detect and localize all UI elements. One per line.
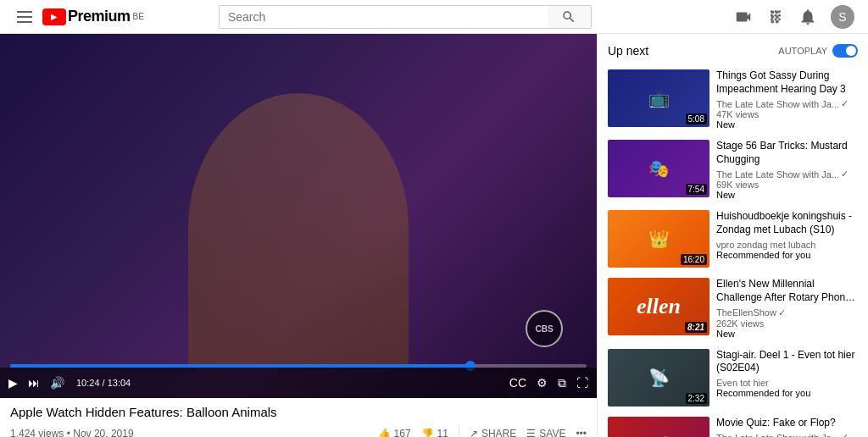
video-placeholder: 80% CBS ▶ ⏭ 🔊 10:2 (0, 34, 597, 398)
card-info-6: Movie Quiz: Fake or Flop? The Late Late … (716, 417, 858, 437)
dislike-button[interactable]: 👎 11 (421, 424, 448, 437)
video-info: Apple Watch Hidden Features: Balloon Ani… (0, 398, 597, 437)
card-info-5: Stagi-air. Deel 1 - Even tot hier (S02E0… (716, 349, 858, 407)
thumbnail-5: 📡 2:32 (608, 349, 709, 407)
logo-text: Premium (68, 8, 131, 25)
card-info-3: Huishoudboekje koningshuis - Zondag met … (716, 210, 858, 268)
search-bar (219, 5, 592, 29)
user-avatar[interactable]: S (831, 5, 854, 29)
settings-button[interactable]: ⚙ (535, 374, 549, 391)
svg-point-4 (775, 14, 777, 16)
card-title-6: Movie Quiz: Fake or Flop? (716, 417, 858, 430)
search-icon (561, 9, 576, 25)
svg-point-6 (771, 18, 773, 20)
card-badge-3: Recommended for you (716, 250, 858, 260)
next-button[interactable]: ⏭ (26, 374, 42, 391)
verified-4: ✓ (778, 307, 786, 318)
up-next-label: Up next (608, 44, 648, 58)
card-duration-2: 7:54 (686, 184, 707, 195)
video-section: 80% CBS ▶ ⏭ 🔊 10:2 (0, 34, 597, 437)
svg-point-2 (778, 10, 781, 13)
share-button[interactable]: ↗ SHARE (470, 424, 516, 437)
controls-right: CC ⚙ ⧉ ⛶ (508, 374, 590, 392)
play-button[interactable]: ▶ (7, 374, 19, 391)
card-title-3: Huishoudboekje koningshuis - Zondag met … (716, 210, 858, 236)
miniplayer-button[interactable]: ⧉ (556, 374, 568, 392)
svg-point-1 (775, 10, 777, 13)
grid-icon[interactable] (766, 8, 785, 26)
svg-point-3 (771, 14, 773, 16)
card-views-4: 262K views (716, 318, 858, 329)
list-item[interactable]: 👑 16:20 Huishoudboekje koningshuis - Zon… (598, 205, 868, 273)
video-person-silhouette (188, 93, 409, 364)
youtube-logo[interactable]: PremiumBE (42, 8, 144, 25)
header-left: PremiumBE (14, 8, 144, 26)
premium-label: BE (133, 12, 144, 21)
list-item[interactable]: ellen 8:21 Ellen's New Millennial Challe… (598, 273, 868, 343)
hamburger-menu[interactable] (14, 8, 36, 26)
save-button[interactable]: ☰ SAVE (526, 424, 565, 437)
thumbnail-1: 📺 5:08 (608, 69, 709, 127)
action-divider (459, 425, 459, 437)
card-title-2: Stage 56 Bar Tricks: Mustard Chugging (716, 140, 858, 166)
list-item[interactable]: 📡 2:32 Stagi-air. Deel 1 - Even tot hier… (598, 344, 868, 412)
subtitle-button[interactable]: CC (508, 374, 528, 391)
thumbnail-6: 🎬 (608, 417, 709, 437)
card-duration-1: 5:08 (686, 113, 707, 124)
card-channel-4: TheEllenShow ✓ (716, 307, 858, 318)
autoplay-label: AUTOPLAY (778, 46, 827, 56)
verified-1: ✓ (841, 98, 849, 109)
card-channel-1: The Late Late Show with Ja... ✓ (716, 98, 858, 109)
card-badge-5: Recommended for you (716, 388, 858, 398)
video-meta: 1,424 views • Nov 20, 2019 👍 167 👎 11 ↗ … (10, 424, 587, 437)
thumbnail-3: 👑 16:20 (608, 210, 709, 268)
dislike-count: 11 (437, 428, 448, 437)
card-channel-5: Even tot hier (716, 378, 858, 388)
video-controls: ▶ ⏭ 🔊 10:24 / 13:04 CC ⚙ ⧉ ⛶ (0, 368, 597, 398)
like-icon: 👍 (378, 428, 391, 437)
like-button[interactable]: 👍 167 (378, 424, 411, 437)
camera-icon[interactable] (734, 8, 753, 26)
list-item[interactable]: 🎭 7:54 Stage 56 Bar Tricks: Mustard Chug… (598, 135, 868, 205)
verified-6: ✓ (841, 432, 849, 437)
list-item[interactable]: 📺 5:08 Things Got Sassy During Impeachme… (598, 64, 868, 135)
list-item[interactable]: 🎬 Movie Quiz: Fake or Flop? The Late Lat… (598, 412, 868, 437)
svg-point-0 (771, 10, 773, 13)
search-input[interactable] (219, 5, 548, 29)
share-icon: ↗ (470, 428, 478, 437)
save-icon: ☰ (526, 428, 536, 437)
dislike-icon: 👎 (421, 428, 434, 437)
header-right: S (734, 5, 854, 29)
thumbnail-4: ellen 8:21 (608, 278, 709, 335)
up-next-header: Up next AUTOPLAY (598, 41, 868, 64)
card-title-4: Ellen's New Millennial Challenge After R… (716, 278, 858, 304)
card-views-1: 47K views (716, 109, 858, 119)
fullscreen-button[interactable]: ⛶ (575, 374, 590, 391)
like-count: 167 (394, 428, 411, 437)
svg-point-7 (775, 18, 777, 20)
thumbnail-2: 🎭 7:54 (608, 140, 709, 197)
card-title-5: Stagi-air. Deel 1 - Even tot hier (S02E0… (716, 349, 858, 375)
card-info-1: Things Got Sassy During Impeachment Hear… (716, 69, 858, 130)
card-title-1: Things Got Sassy During Impeachment Hear… (716, 69, 858, 96)
more-button[interactable]: ••• (576, 424, 587, 437)
main-content: 80% CBS ▶ ⏭ 🔊 10:2 (0, 34, 868, 437)
cbs-watermark: CBS (526, 310, 563, 347)
video-player[interactable]: 80% CBS ▶ ⏭ 🔊 10:2 (0, 34, 597, 398)
card-duration-3: 16:20 (681, 254, 707, 265)
autoplay-toggle[interactable] (832, 44, 858, 58)
notifications-icon[interactable] (798, 8, 817, 26)
sidebar: Up next AUTOPLAY 📺 5:08 Things Got Sassy… (597, 34, 868, 437)
volume-button[interactable]: 🔊 (48, 374, 66, 391)
card-channel-6: The Late Late Show with Ja... ✓ (716, 432, 858, 437)
search-button[interactable] (548, 5, 592, 29)
yt-logo-icon (42, 8, 66, 25)
card-duration-4: 8:21 (685, 322, 707, 333)
autoplay-row: AUTOPLAY (778, 44, 858, 58)
time-display: 10:24 / 13:04 (76, 378, 131, 388)
card-channel-2: The Late Late Show with Ja... ✓ (716, 169, 858, 180)
video-title: Apple Watch Hidden Features: Balloon Ani… (10, 405, 587, 419)
svg-point-8 (778, 18, 781, 20)
header: PremiumBE S (0, 0, 868, 34)
card-badge-1: New (716, 119, 858, 130)
